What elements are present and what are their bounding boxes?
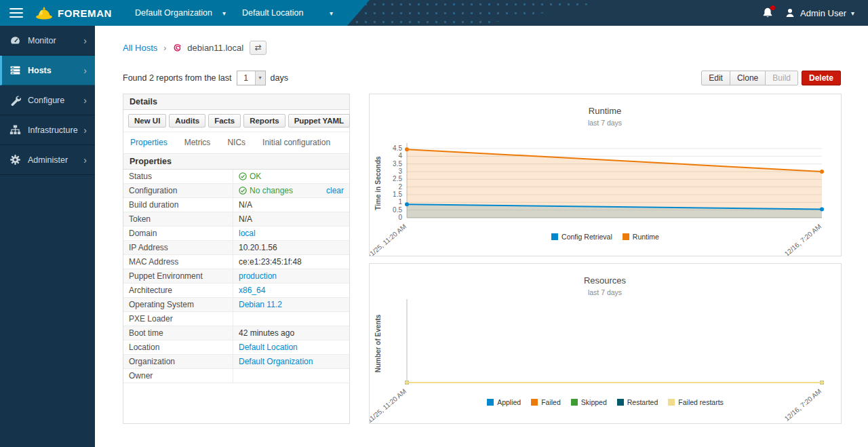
property-value-link[interactable]: Default Location — [239, 343, 298, 352]
notification-badge — [770, 5, 775, 10]
svg-text:4: 4 — [398, 152, 402, 159]
edit-button[interactable]: Edit — [701, 71, 730, 85]
property-label: Configuration — [123, 184, 233, 197]
legend-item[interactable]: Skipped — [571, 398, 607, 406]
svg-text:Number of Events: Number of Events — [374, 314, 382, 372]
user-menu[interactable]: Admin User ▾ — [785, 7, 854, 18]
days-select[interactable]: 1 ▾ — [237, 71, 266, 85]
property-label: Location — [123, 341, 233, 354]
sidebar-item-label: Monitor — [28, 36, 83, 45]
chevron-down-icon: ▾ — [222, 9, 226, 17]
property-row: IP Address10.20.1.56 — [123, 241, 349, 255]
clone-button[interactable]: Clone — [730, 71, 766, 85]
chart-title: Resources — [584, 275, 627, 286]
property-value-link[interactable]: x86_64 — [239, 286, 265, 295]
tab-initial-configuration[interactable]: Initial configuration — [262, 138, 330, 147]
foreman-logo[interactable]: FOREMAN — [35, 6, 112, 20]
property-value: 42 minutes ago — [233, 326, 349, 340]
legend-label: Failed — [541, 398, 561, 406]
clear-link[interactable]: clear — [326, 186, 344, 195]
legend-item[interactable]: Runtime — [623, 233, 659, 241]
debian-logo-icon — [172, 43, 182, 53]
breadcrumb: All Hosts › debian11.local ⇄ — [123, 35, 841, 56]
sidebar-item-label: Configure — [28, 96, 83, 105]
legend-item[interactable]: Restarted — [617, 398, 658, 406]
legend-label: Applied — [497, 398, 521, 406]
notifications-button[interactable] — [762, 7, 774, 19]
delete-button[interactable]: Delete — [802, 71, 841, 85]
svg-text:1.5: 1.5 — [393, 191, 402, 198]
property-value: ce:e1:23:45:1f:48 — [233, 255, 349, 269]
property-value: No changesclear — [233, 184, 349, 197]
legend-swatch — [668, 399, 675, 406]
sidebar-item-infrastructure[interactable]: Infrastructure › — [0, 115, 95, 145]
chevron-down-icon: ▾ — [851, 9, 854, 17]
property-value-link[interactable]: local — [239, 229, 256, 238]
puppet-yaml-button[interactable]: Puppet YAML — [288, 114, 350, 128]
audits-button[interactable]: Audits — [169, 114, 205, 128]
new-ui-button[interactable]: New UI — [128, 114, 166, 128]
host-action-buttons: Edit Clone Build Delete — [701, 71, 841, 85]
chevron-right-icon: › — [83, 155, 87, 166]
legend-item[interactable]: Failed — [531, 398, 561, 406]
wrench-icon — [9, 94, 21, 106]
sitemap-icon — [9, 124, 21, 136]
build-button[interactable]: Build — [765, 71, 798, 85]
property-label: MAC Address — [123, 255, 233, 269]
property-label: Build duration — [123, 198, 233, 212]
facts-button[interactable]: Facts — [208, 114, 241, 128]
legend-item[interactable]: Config Retrieval — [551, 233, 612, 241]
sidebar-item-configure[interactable]: Configure › — [0, 85, 95, 115]
svg-text:2.5: 2.5 — [393, 175, 402, 182]
legend-swatch — [551, 233, 558, 240]
breadcrumb-separator: › — [163, 43, 166, 53]
top-navbar: FOREMAN Default Organization ▾ Default L… — [0, 0, 868, 26]
reports-button[interactable]: Reports — [243, 114, 285, 128]
property-label: Token — [123, 212, 233, 226]
properties-section-title: Properties — [123, 154, 349, 170]
property-value: local — [233, 227, 349, 240]
organization-dropdown[interactable]: Default Organization ▾ — [127, 0, 234, 26]
tab-properties[interactable]: Properties — [130, 138, 167, 147]
chevron-right-icon: › — [83, 35, 87, 46]
property-value-link[interactable]: Debian 11.2 — [239, 300, 282, 309]
property-value: Debian 11.2 — [233, 298, 349, 311]
chevron-down-icon: ▾ — [330, 9, 333, 17]
property-row: LocationDefault Location — [123, 341, 349, 355]
property-value-link[interactable]: production — [239, 271, 277, 281]
property-value: x86_64 — [233, 284, 349, 297]
legend-label: Config Retrieval — [561, 233, 612, 241]
tab-nics[interactable]: NICs — [227, 138, 245, 147]
property-value-link[interactable]: Default Organization — [239, 357, 313, 366]
legend-label: Failed restarts — [678, 398, 724, 406]
organization-label: Default Organization — [135, 8, 212, 18]
property-label: IP Address — [123, 241, 233, 254]
legend-item[interactable]: Applied — [487, 398, 521, 406]
sidebar-item-administer[interactable]: Administer › — [0, 145, 95, 175]
sidebar-item-label: Administer — [28, 155, 83, 165]
legend-label: Runtime — [633, 233, 659, 241]
svg-text:3: 3 — [398, 168, 402, 175]
property-value: Default Location — [233, 341, 349, 354]
host-switcher-button[interactable]: ⇄ — [250, 41, 267, 55]
sidebar-item-hosts[interactable]: Hosts › — [0, 56, 95, 85]
server-icon — [9, 64, 21, 76]
legend-label: Restarted — [627, 398, 658, 406]
property-row: OrganizationDefault Organization — [123, 355, 349, 369]
details-panel: Details New UI Audits Facts Reports Pupp… — [123, 94, 350, 424]
runtime-chart-legend: Config RetrievalRuntime — [370, 233, 841, 241]
hamburger-menu-icon[interactable] — [9, 5, 23, 20]
hardhat-icon — [35, 6, 53, 20]
breadcrumb-all-hosts-link[interactable]: All Hosts — [123, 43, 157, 53]
tab-metrics[interactable]: Metrics — [184, 138, 211, 147]
sidebar-item-monitor[interactable]: Monitor › — [0, 26, 95, 56]
property-label: Architecture — [123, 284, 233, 297]
property-label: Operating System — [123, 298, 233, 311]
location-dropdown[interactable]: Default Location ▾ — [234, 0, 341, 26]
legend-swatch — [531, 399, 538, 406]
resources-chart-legend: AppliedFailedSkippedRestartedFailed rest… — [370, 398, 841, 406]
property-label: Status — [123, 170, 233, 183]
property-row: Owner — [123, 369, 349, 383]
legend-item[interactable]: Failed restarts — [668, 398, 724, 406]
property-row: TokenN/A — [123, 212, 349, 227]
